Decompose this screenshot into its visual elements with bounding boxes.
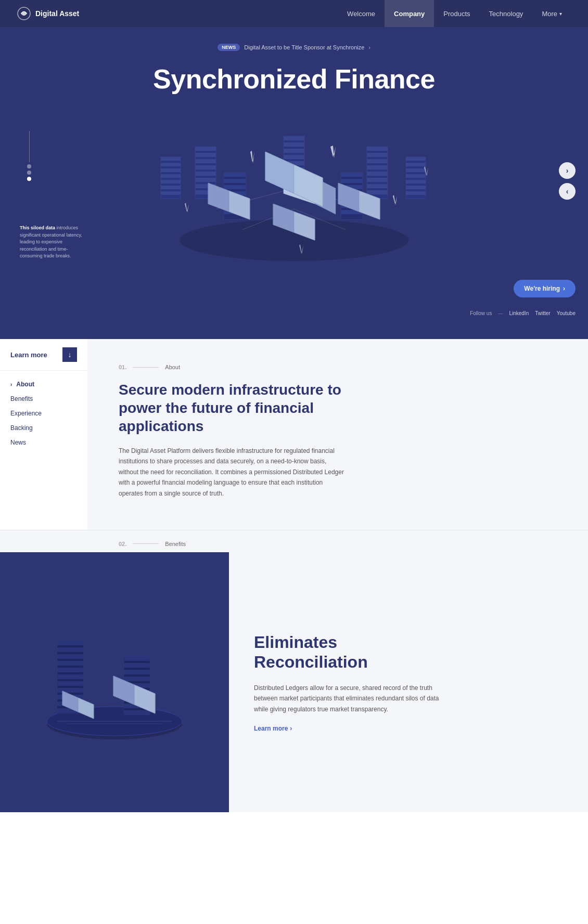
benefits-section: Eliminates Reconciliation Distributed Le… — [0, 552, 588, 812]
svg-rect-62 — [161, 174, 181, 178]
hiring-button[interactable]: We're hiring › — [514, 280, 576, 297]
benefits-svg — [36, 609, 193, 755]
benefits-label: 02. Benefits — [119, 541, 557, 547]
brand-name: Digital Asset — [35, 9, 79, 18]
svg-rect-92 — [57, 654, 83, 659]
learn-nav-benefits[interactable]: Benefits — [0, 392, 87, 406]
benefits-name: Benefits — [165, 541, 186, 547]
about-heading: Secure modern infrastructure to power th… — [119, 381, 348, 435]
indicator-dot-2[interactable] — [27, 171, 31, 175]
svg-rect-97 — [57, 688, 83, 693]
learn-nav-backing[interactable]: Backing — [0, 421, 87, 435]
about-label: 01. About — [119, 364, 348, 370]
benefits-heading: Eliminates Reconciliation — [254, 632, 563, 672]
svg-rect-44 — [341, 179, 363, 183]
about-content: 01. About Secure modern infrastructure t… — [87, 339, 379, 530]
svg-rect-43 — [341, 173, 363, 177]
svg-rect-17 — [367, 153, 388, 157]
nav-company[interactable]: Company — [385, 0, 434, 27]
hero-title: Synchronized Finance — [153, 63, 435, 95]
svg-rect-105 — [124, 676, 150, 681]
nav-technology[interactable]: Technology — [480, 0, 533, 27]
follow-us: Follow us — LinkedIn Twitter Youtube — [470, 310, 576, 316]
svg-rect-94 — [57, 668, 83, 672]
svg-rect-61 — [161, 168, 181, 172]
benefits-body: Distributed Ledgers allow for a secure, … — [254, 683, 441, 714]
brand[interactable]: Digital Asset — [17, 6, 79, 21]
news-banner[interactable]: News Digital Asset to be Title Sponsor a… — [218, 44, 370, 51]
news-tag: News — [218, 44, 240, 51]
navbar: Digital Asset Welcome Company Products T… — [0, 0, 588, 27]
svg-rect-55 — [406, 180, 426, 184]
about-name: About — [165, 364, 180, 370]
svg-rect-65 — [161, 191, 181, 195]
learn-nav: › About Benefits Experience Backing News — [0, 371, 87, 456]
follow-separator: — — [498, 311, 503, 316]
side-caption: This siloed data introduces significant … — [20, 225, 82, 260]
about-line — [133, 367, 159, 368]
svg-rect-37 — [224, 185, 246, 189]
svg-marker-83 — [393, 195, 397, 205]
svg-rect-16 — [367, 147, 388, 151]
svg-rect-90 — [57, 641, 83, 645]
svg-rect-19 — [367, 165, 388, 170]
learn-nav-experience[interactable]: Experience — [0, 406, 87, 421]
svg-rect-36 — [224, 179, 246, 183]
learn-arrow-button[interactable]: ↓ — [62, 347, 77, 362]
svg-marker-84 — [185, 203, 189, 213]
side-caption-strong: This siloed data — [20, 225, 55, 230]
svg-rect-57 — [406, 191, 426, 195]
learn-more-arrow-icon: › — [290, 725, 292, 732]
benefits-line — [133, 543, 159, 544]
benefits-content: Eliminates Reconciliation Distributed Le… — [229, 552, 588, 812]
hero-prev-button[interactable]: ‹ — [559, 183, 576, 200]
svg-rect-8 — [195, 153, 216, 157]
svg-rect-20 — [367, 172, 388, 176]
learn-more-link[interactable]: Learn more › — [254, 725, 563, 732]
svg-rect-35 — [224, 173, 246, 177]
learn-nav-about[interactable]: › About — [0, 377, 87, 392]
follow-label: Follow us — [470, 310, 492, 316]
svg-rect-103 — [124, 663, 150, 668]
svg-rect-110 — [124, 710, 150, 715]
svg-rect-11 — [195, 172, 216, 176]
about-section: 01. About Secure modern infrastructure t… — [87, 339, 588, 530]
svg-rect-10 — [195, 165, 216, 170]
nav-products[interactable]: Products — [434, 0, 479, 27]
main-nav: Welcome Company Products Technology More… — [338, 0, 571, 27]
svg-rect-93 — [57, 661, 83, 666]
svg-rect-59 — [161, 157, 181, 161]
learn-section: Learn more ↓ › About Benefits Experience… — [0, 339, 588, 530]
svg-rect-104 — [124, 670, 150, 674]
indicator-dot-3[interactable] — [27, 177, 31, 181]
benefits-label-row: 02. Benefits — [0, 530, 588, 552]
svg-rect-60 — [161, 163, 181, 166]
hero-next-button[interactable]: › — [559, 162, 576, 179]
follow-twitter[interactable]: Twitter — [535, 310, 550, 316]
svg-rect-27 — [284, 149, 304, 153]
learn-nav-news[interactable]: News — [0, 435, 87, 450]
follow-youtube[interactable]: Youtube — [557, 310, 576, 316]
svg-rect-26 — [284, 142, 304, 147]
learn-sidebar: Learn more ↓ › About Benefits Experience… — [0, 339, 87, 530]
news-text: Digital Asset to be Title Sponsor at Syn… — [244, 44, 364, 50]
svg-rect-95 — [57, 674, 83, 679]
slide-indicator — [27, 131, 31, 181]
svg-rect-63 — [161, 180, 181, 184]
svg-rect-23 — [367, 190, 388, 194]
nav-more[interactable]: More ▾ — [532, 0, 571, 27]
benefits-number: 02. — [119, 541, 126, 547]
chevron-down-icon: ▾ — [559, 11, 562, 17]
indicator-dot-1[interactable] — [27, 164, 31, 168]
hero-section: News Digital Asset to be Title Sponsor a… — [0, 27, 588, 339]
svg-rect-21 — [367, 178, 388, 182]
learn-header: Learn more ↓ — [0, 339, 87, 371]
svg-rect-56 — [406, 186, 426, 189]
svg-rect-96 — [57, 681, 83, 686]
follow-linkedin[interactable]: LinkedIn — [509, 310, 529, 316]
svg-marker-82 — [250, 151, 254, 163]
nav-welcome[interactable]: Welcome — [338, 0, 385, 27]
svg-marker-81 — [330, 146, 336, 158]
hiring-arrow-icon: › — [563, 285, 565, 292]
svg-rect-22 — [367, 184, 388, 188]
